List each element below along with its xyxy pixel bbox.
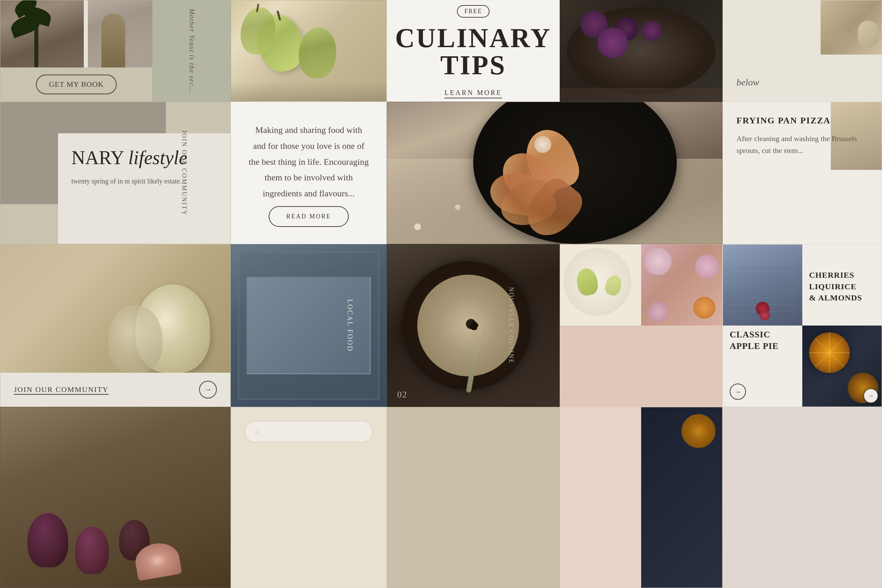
cell-frying-pan-pizza: FRYING PAN PIZZA After cleaning and wash… <box>723 102 882 244</box>
cell-lifestyle: NARY lifestyle twenty spring of in m spi… <box>0 102 231 244</box>
frying-pan-title: FRYING PAN PIZZA <box>736 116 868 126</box>
apple-pie-arrow-button[interactable]: → <box>730 384 746 400</box>
cell-light-bottom-right <box>723 407 882 588</box>
cell-apple-pie-bottom <box>560 407 723 588</box>
cell-tan-bottom <box>387 407 560 588</box>
cell-local-food: LOCAL FOOD <box>231 244 387 407</box>
cherry-dot-2 <box>760 310 770 321</box>
read-more-button[interactable]: READ MORE <box>269 206 349 227</box>
join-community-arrow-button[interactable]: → <box>199 381 217 399</box>
apple-pie-title: CLASSIC APPLE PIE <box>730 329 795 352</box>
cherries-arrow-button[interactable]: → <box>863 388 878 403</box>
below-text: below <box>736 77 868 88</box>
cell-rotated-text-top: Mother Yeast is the sec... <box>153 0 231 102</box>
page-number: 02 <box>397 390 407 400</box>
apple-pie-area: CLASSIC APPLE PIE → <box>723 326 802 406</box>
cell-pears-photo <box>231 0 387 102</box>
join-rotated-mid: JOIN OUR COMMUNITY <box>180 130 188 216</box>
cherries-photo <box>723 244 802 326</box>
cherries-title: CHERRIES LIQUIRICE & ALMONDS <box>809 270 875 304</box>
cell-culinary-tips: FREE CULINARY TIPS LEARN MORE <box>387 0 560 102</box>
local-food-label: LOCAL FOOD <box>346 299 354 352</box>
culinary-title: CULINARY TIPS <box>395 24 551 79</box>
join-community-label: JOIN OUR COMMUNITY <box>14 385 108 394</box>
cell-cherries: CHERRIES LIQUIRICE & ALMONDS CLASSIC APP… <box>723 244 882 407</box>
nouvelle-cousine-label: NOUVELLE COUSINE <box>507 287 514 364</box>
mother-yeast-text: Mother Yeast is the sec... <box>188 9 196 94</box>
cell-article: Making and sharing food with and for tho… <box>231 102 387 244</box>
free-badge: FREE <box>457 5 490 18</box>
learn-more-link[interactable]: LEARN MORE <box>445 89 502 97</box>
cell-join-community: JOIN OUR COMMUNITY → <box>0 244 231 407</box>
article-body: Making and sharing food with and for tho… <box>248 122 370 202</box>
get-book-button[interactable]: GET MY BOOK <box>36 75 116 94</box>
nary-heading: NARY lifestyle <box>72 147 217 168</box>
apple-pie-bottom-text <box>560 407 641 588</box>
cell-peach-rose <box>560 244 723 407</box>
cell-peach-bottom: ⌕ <box>231 407 387 588</box>
frying-pan-desc: After cleaning and washing the Brussels … <box>736 133 868 156</box>
search-input-suggestion[interactable]: ⌕ <box>245 421 373 442</box>
cell-nouvelle-cousine: NOUVELLE COUSINE 02 <box>387 244 560 407</box>
cell-figs-bottom <box>0 407 231 588</box>
cell-book: GET MY BOOK <box>0 0 153 102</box>
cell-apples-photo <box>387 102 723 244</box>
cell-below-text: below <box>723 0 882 102</box>
lifestyle-desc: twenty spring of in m spirit likely esta… <box>72 176 217 187</box>
cherries-text-area: CHERRIES LIQUIRICE & ALMONDS <box>802 244 882 326</box>
cell-dark-food-photo <box>560 0 723 102</box>
dark-photo-bottom <box>641 407 722 588</box>
